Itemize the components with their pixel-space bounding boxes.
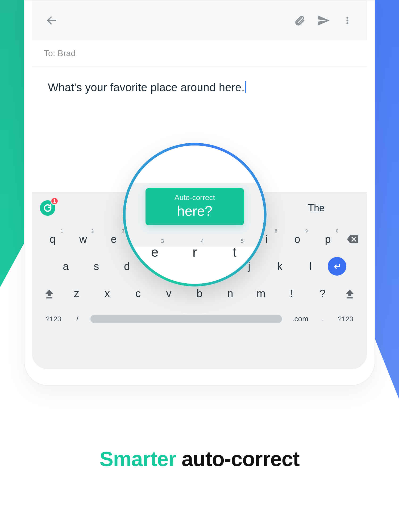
key-a[interactable]: a [52, 254, 80, 278]
suggestion-right[interactable]: The [308, 192, 325, 224]
overflow-menu-icon [343, 15, 352, 26]
backspace-key[interactable] [343, 227, 362, 251]
key-z[interactable]: z [62, 281, 91, 305]
key-q[interactable]: q1 [38, 227, 67, 251]
magnifier-inner: Auto-correct here? e3r4t5 [126, 146, 264, 284]
key-o[interactable]: o9 [283, 227, 311, 251]
marketing-headline: Smarter auto-correct [0, 447, 399, 471]
key-superscript: 8 [275, 229, 277, 234]
shift-key[interactable] [37, 281, 61, 305]
key-superscript: 5 [241, 238, 244, 244]
headline-accent: Smarter [99, 447, 176, 471]
send-icon [317, 14, 330, 27]
shift-icon [345, 289, 354, 297]
grammarly-badge: 1 [51, 197, 59, 205]
magnifier-keys: e3r4t5 [126, 244, 264, 260]
decorative-right-stripe [375, 0, 399, 399]
shift-icon [45, 289, 54, 297]
grammarly-icon [43, 203, 52, 213]
key-?[interactable]: ? [308, 281, 337, 305]
key-x[interactable]: x [93, 281, 122, 305]
space-key[interactable] [90, 315, 282, 323]
email-appbar [32, 1, 367, 40]
headline-rest: auto-correct [176, 447, 300, 471]
key-e[interactable]: e3 [99, 227, 128, 251]
send-button[interactable] [314, 11, 333, 30]
dotcom-key[interactable]: .com [286, 315, 315, 323]
key-s[interactable]: s [82, 254, 111, 278]
key-w[interactable]: w2 [69, 227, 97, 251]
key-v[interactable]: v [155, 281, 183, 305]
svg-point-2 [346, 19, 348, 21]
key-p[interactable]: p0 [314, 227, 342, 251]
grammarly-indicator[interactable]: 1 [40, 200, 55, 216]
back-icon [46, 15, 57, 26]
period-key[interactable]: . [315, 315, 331, 323]
svg-point-1 [346, 17, 348, 19]
recipient-label: To: Brad [44, 48, 76, 58]
magnifier-lens: Auto-correct here? e3r4t5 [123, 143, 267, 286]
key-c[interactable]: c [124, 281, 152, 305]
key-k[interactable]: k [265, 254, 294, 278]
key-l[interactable]: l [296, 254, 325, 278]
enter-icon [332, 261, 342, 271]
key-superscript: 2 [91, 229, 94, 234]
mag-key-t: t5 [227, 244, 243, 260]
key-m[interactable]: m [247, 281, 275, 305]
symbols-key-right[interactable]: ?123 [331, 315, 360, 323]
key-row-bottom: ?123 / .com . ?123 [37, 309, 362, 329]
mag-key-e: e3 [147, 244, 163, 260]
key-superscript: 3 [122, 229, 124, 234]
enter-key[interactable] [328, 257, 346, 276]
attach-button[interactable] [290, 11, 309, 30]
shift-key-right[interactable] [338, 281, 362, 305]
back-button[interactable] [42, 11, 61, 30]
key-superscript: 4 [201, 238, 204, 244]
attachment-icon [294, 15, 305, 26]
text-caret [245, 81, 246, 93]
svg-point-3 [346, 22, 348, 24]
autocorrect-pill[interactable]: Auto-correct here? [146, 188, 244, 225]
key-superscript: 0 [336, 229, 338, 234]
key-superscript: 3 [161, 238, 164, 244]
key-d[interactable]: d [113, 254, 141, 278]
phone-frame: To: Brad What's your favorite place arou… [24, 0, 375, 386]
key-![interactable]: ! [277, 281, 306, 305]
recipient-field[interactable]: To: Brad [32, 40, 367, 66]
key-superscript: 9 [305, 229, 308, 234]
key-superscript: 1 [61, 229, 63, 234]
symbols-key[interactable]: ?123 [39, 315, 68, 323]
compose-text: What's your favorite place around here. [48, 81, 245, 94]
backspace-icon [347, 235, 358, 244]
slash-key[interactable]: / [68, 315, 87, 323]
autocorrect-value: here? [161, 203, 228, 219]
mag-key-r: r4 [187, 244, 203, 260]
key-n[interactable]: n [216, 281, 245, 305]
autocorrect-label: Auto-correct [161, 193, 228, 202]
overflow-button[interactable] [338, 11, 357, 30]
